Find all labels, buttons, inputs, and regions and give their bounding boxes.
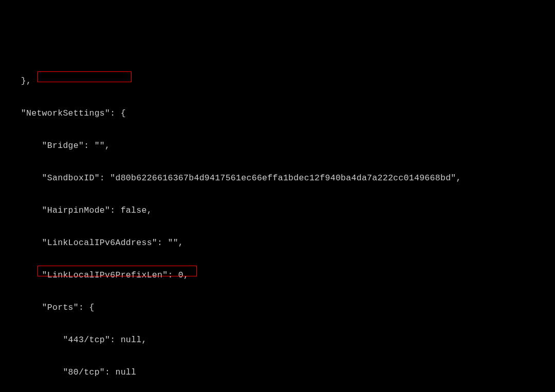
code-line: "SandboxID": "d80b6226616367b4d9417561ec…: [0, 173, 555, 183]
code-line: "Ports": {: [0, 302, 555, 313]
code-line: "LinkLocalIPv6Address": "",: [0, 237, 555, 248]
json-output: }, "NetworkSettings": { "Bridge": "", "S…: [0, 54, 555, 392]
code-line: "HairpinMode": false,: [0, 205, 555, 216]
code-line: "443/tcp": null,: [0, 334, 555, 345]
code-line: "80/tcp": null: [0, 367, 555, 378]
code-line: "LinkLocalIPv6PrefixLen": 0,: [0, 270, 555, 281]
code-line: },: [0, 76, 555, 86]
code-line: "NetworkSettings": {: [0, 108, 555, 119]
code-line-bridge: "Bridge": "",: [0, 140, 555, 151]
